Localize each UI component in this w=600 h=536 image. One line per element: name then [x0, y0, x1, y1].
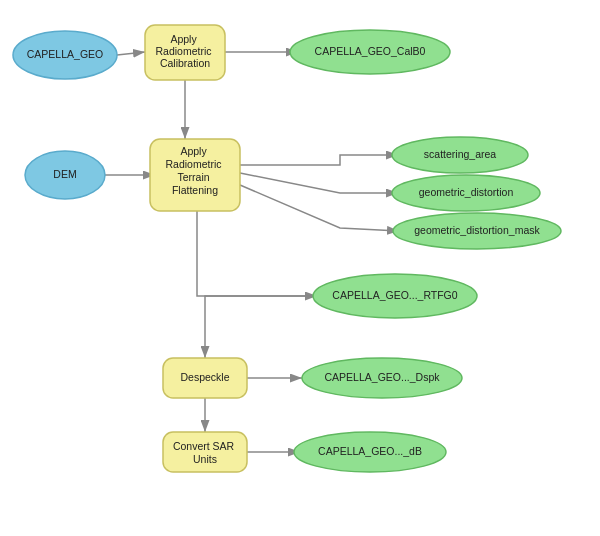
edge-rtf-to-mask — [240, 185, 399, 231]
node-scattering-area-label: scattering_area — [424, 148, 497, 160]
node-capella-rtfg0-label: CAPELLA_GEO..._RTFG0 — [332, 289, 457, 301]
edge-rtf-to-scatter — [240, 155, 398, 165]
node-dem-label: DEM — [53, 168, 76, 180]
node-capella-dspk-label: CAPELLA_GEO..._Dspk — [325, 371, 441, 383]
node-capella-geo-label: CAPELLA_GEO — [27, 48, 103, 60]
node-geometric-distortion-label: geometric_distortion — [419, 186, 514, 198]
workflow-diagram: CAPELLA_GEO Apply Radiometric Calibratio… — [0, 0, 600, 536]
node-capella-calib0-label: CAPELLA_GEO_CalB0 — [315, 45, 426, 57]
edge-rtfg0-to-despeckle — [205, 296, 317, 358]
node-geometric-distortion-mask-label: geometric_distortion_mask — [414, 224, 540, 236]
edge-capella-geo-to-cal — [117, 52, 145, 55]
edge-rtf-to-rtfg0 — [197, 207, 317, 296]
node-despeckle-label: Despeckle — [180, 371, 229, 383]
edge-rtf-to-geom — [240, 173, 398, 193]
node-capella-db-label: CAPELLA_GEO..._dB — [318, 445, 422, 457]
